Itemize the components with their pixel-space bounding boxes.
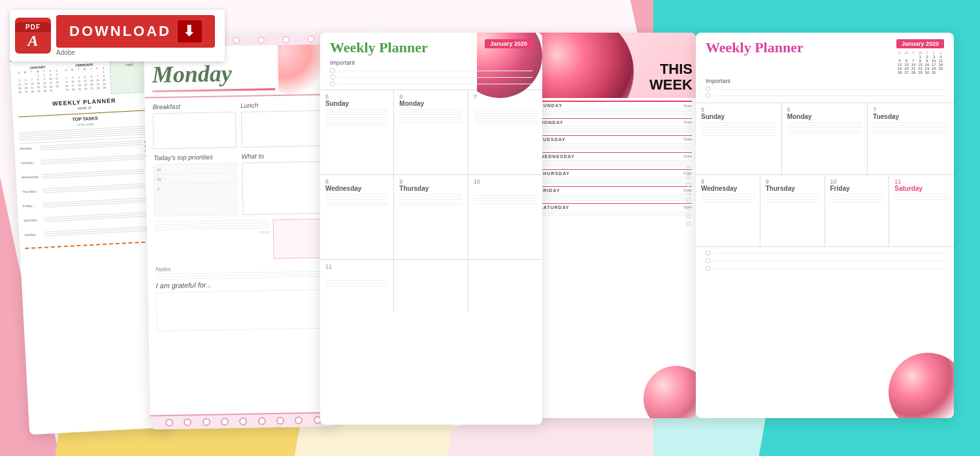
card5-checkbox-section [696,247,954,274]
card4-friday-section: FRIDAY Date [540,186,692,201]
card3-num-11: 11 [325,263,388,270]
card1-monday-label: Monday... [20,146,38,150]
card2-priorities-label: Today's top priorities [154,153,237,161]
card4-friday-name: FRIDAY [540,188,560,193]
card5-friday-name: Friday [830,185,884,192]
card4-thursday-name: THURSDAY [540,171,570,176]
card3-cb-line-1 [338,71,532,71]
card5-sunday-name: Sunday [701,113,776,120]
card-clean-weekly: Weekly Planner January 2020 SMTWTFS 1234… [696,33,954,418]
card2-whattodo-box: What to [241,152,325,215]
card3-num-8: 8 [325,178,388,185]
card4-friday-header: FRIDAY Date [540,188,692,193]
card4-bottom-floral [644,366,696,418]
bottom-spiral-8 [295,416,302,424]
notes-label: Notes [155,266,171,272]
card5-day-grid-row2: 8 Wednesday 9 Thursday 10 Friday [696,175,954,247]
card5-num-10: 10 [830,178,884,185]
card3-cell-thursday: 9 Thursday [394,175,468,260]
card4-saturday-header: SATURDAY Date [540,205,692,210]
card3-checkbox-row-1 [330,68,532,73]
card3-num-9: 9 [399,178,462,185]
spiral-4 [233,37,240,44]
card2-breakfast-box: Breakfast [153,102,237,149]
card4-thursday-header: THURSDAY Date [540,171,692,176]
card2-priorities-row: Today's top priorities M W F What to [154,152,325,217]
card5-cell-tuesday: 7 Tuesday [868,103,954,175]
card1-sunday-label: Sunday... [24,232,42,236]
download-arrow-icon: ⬇ [178,20,202,42]
card-daily-monday: Date Monday Breakfast Lunch Today's top … [144,35,336,430]
card3-day-grid: 5 Sunday 6 Monday 7 [320,90,542,312]
card2-meal-row: Breakfast Lunch [153,101,324,150]
card5-saturday-name: Saturday [894,185,949,192]
card2-breakfast-label: Breakfast [153,102,236,110]
priority-f-label: F [157,186,234,191]
card4-sunday-date: Date [683,104,692,108]
card3-cell-10: 10 [468,175,542,260]
card3-title: Weekly Planner [330,39,428,56]
download-button[interactable]: DOWNLOAD ⬇ [56,15,215,48]
card4-cb-2 [686,174,691,179]
card5-cell-sunday: 5 Sunday [696,103,782,175]
card4-days-container: SUNDAY Date MONDAY Date [536,98,696,221]
bottom-spiral-1 [165,419,173,427]
card5-mini-cal: SMTWTFS 1234 567891011 12131415161718 19… [896,51,944,74]
card4-sunday-section: SUNDAY Date [540,101,692,116]
priority-m-label: M [157,166,233,172]
card5-cell-monday: 6 Monday [782,103,868,175]
card5-cell-friday: 10 Friday [825,175,890,247]
card5-important-section: Important [696,78,954,103]
card2-whattodo-label: What to [241,152,324,160]
card3-monday-label: Monday [399,100,462,107]
card5-num-7: 7 [873,106,949,113]
spiral-7 [308,36,314,42]
download-text: DOWNLOAD [69,23,171,40]
card4-saturday-name: SATURDAY [540,205,570,210]
card5-cb-2 [706,93,711,98]
card4-cb-8 [686,221,691,226]
card3-cb-3 [330,81,335,86]
pdf-icon: PDF A [15,18,51,54]
card5-month-badge: January 2020 [896,39,944,48]
card4-cb-6 [686,206,691,210]
card2-notes: Notes [155,263,326,280]
card4-floral-bg [536,33,634,98]
card3-cb-2 [330,74,335,80]
card4-wednesday-section: WEDNESDAY Date [540,152,692,167]
page-content: PDF A DOWNLOAD ⬇ Adobe JANUARY SMTWTFS 1… [0,0,980,456]
card3-important-section: Important [320,59,542,90]
bottom-spiral-6 [258,417,266,425]
card3-checkbox-row-3 [330,81,532,86]
pdf-symbol: A [27,32,38,50]
card2-day-title: Monday [152,59,275,88]
card5-cb-5 [706,266,711,271]
card3-checkbox-row-2 [330,74,532,80]
card3-num-6: 6 [399,93,462,100]
bottom-spiral-3 [203,418,210,426]
priority-line2 [157,182,233,184]
card5-wednesday-name: Wednesday [701,185,755,192]
card2-lunch-box: Lunch [240,101,324,148]
card2-time-slot: dinner [155,220,270,261]
card1-top-tasks: TOP TASKS of the week [18,113,152,141]
card4-sunday-name: SUNDAY [540,103,563,108]
card4-this-week: THIS WEEK [649,61,693,93]
card3-cell-sunday: 5 Sunday [320,90,394,175]
card3-cell-empty2 [468,260,542,312]
spiral-5 [258,37,265,43]
pdf-label: PDF [15,22,51,32]
card5-day-grid-row1: 5 Sunday 6 Monday 7 Tuesday [696,103,954,175]
card4-monday-date: Date [683,120,692,125]
card1-cal1-grid: SMTWTFS 1234 567891011 12131415161718 19… [16,68,61,93]
card4-cb-5 [686,198,691,203]
card5-num-9: 9 [766,178,819,185]
card4-saturday-section: SATURDAY Date [540,203,692,216]
adobe-text: Adobe [56,49,215,56]
spiral-6 [283,37,289,43]
pdf-download-banner[interactable]: PDF A DOWNLOAD ⬇ Adobe [10,10,225,61]
card3-month-badge: January 2020 [485,39,532,48]
card2-time-area: dinner [155,219,326,261]
card5-header: Weekly Planner January 2020 SMTWTFS 1234… [696,33,954,78]
card4-wednesday-date: Date [683,154,692,159]
